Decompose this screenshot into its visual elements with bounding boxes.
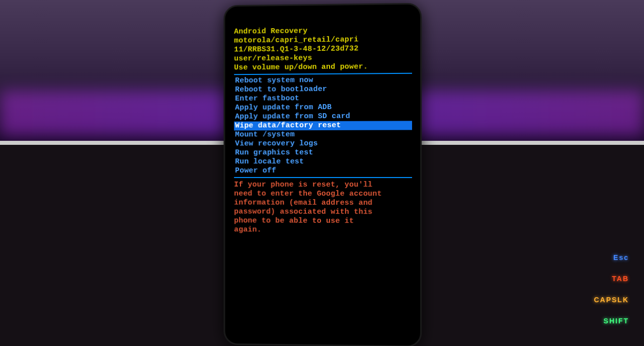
divider-bottom [234, 177, 412, 178]
key-esc: Esc [589, 251, 634, 264]
divider-top [234, 73, 412, 75]
keyboard-background: Esc TAB CAPSLK SHIFT [589, 242, 634, 336]
recovery-screen: Android Recovery motorola/capri_retail/c… [225, 5, 420, 240]
menu-item-view-recovery-logs[interactable]: View recovery logs [234, 139, 412, 149]
menu-item-wipe-data-factory-reset[interactable]: Wipe data/factory reset [234, 121, 412, 130]
reset-warning: If your phone is reset, you'll need to e… [234, 181, 412, 235]
menu-item-power-off[interactable]: Power off [234, 166, 412, 176]
menu-item-mount-system[interactable]: Mount /system [234, 130, 412, 139]
key-tab: TAB [589, 273, 634, 285]
menu-item-enter-fastboot[interactable]: Enter fastboot [234, 94, 412, 104]
menu-item-apply-update-from-sd-card[interactable]: Apply update from SD card [234, 112, 412, 121]
instruction-string: Use volume up/down and power. [234, 62, 412, 73]
menu-item-reboot-system-now[interactable]: Reboot system now [234, 75, 412, 85]
menu-item-apply-update-from-adb[interactable]: Apply update from ADB [234, 103, 412, 113]
key-caps: CAPSLK [589, 294, 634, 306]
menu-item-reboot-to-bootloader[interactable]: Reboot to bootloader [234, 84, 412, 95]
phone-device: Android Recovery motorola/capri_retail/c… [223, 3, 422, 346]
menu-item-run-graphics-test[interactable]: Run graphics test [234, 148, 412, 158]
recovery-menu: Reboot system nowReboot to bootloaderEnt… [234, 75, 412, 176]
key-shift: SHIFT [589, 315, 634, 327]
menu-item-run-locale-test[interactable]: Run locale test [234, 157, 412, 166]
